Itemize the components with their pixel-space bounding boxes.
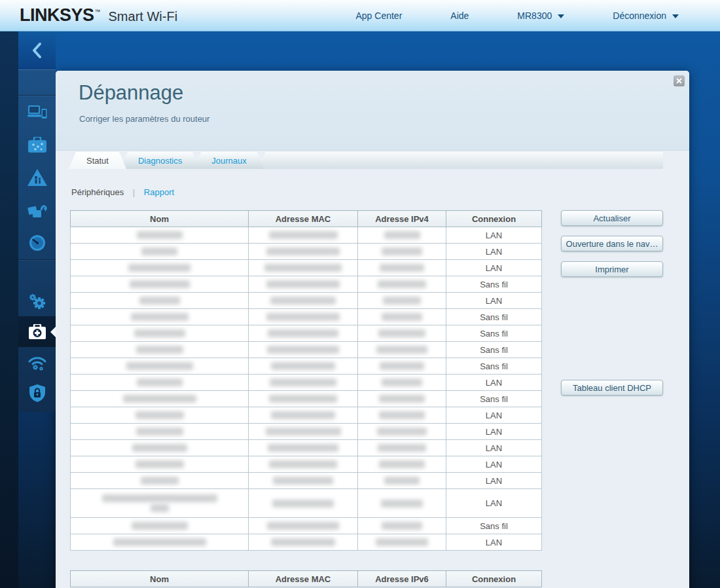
redacted-value — [130, 280, 190, 288]
mac-address-cell — [249, 534, 358, 551]
table-row: LAN — [71, 244, 542, 260]
connexion-cell: Sans fil — [446, 342, 542, 358]
device-name-cell — [71, 293, 249, 309]
tables-column: Nom Adresse MAC Adresse IPv4 Connexion L… — [70, 210, 542, 587]
tab-bar: Statut Diagnostics Journaux — [56, 151, 689, 169]
device-name-cell — [71, 309, 249, 325]
ouverture-navigateur-button[interactable]: Ouverture dans le nav… — [561, 236, 663, 251]
redacted-value — [376, 346, 427, 354]
mac-address-cell — [249, 489, 358, 518]
table-row: LAN — [71, 489, 542, 518]
mac-address-cell — [249, 358, 358, 375]
connexion-cell: Sans fil — [446, 518, 542, 534]
linksys-logo: LINKSYS™ Smart Wi-Fi — [20, 5, 177, 26]
close-button[interactable] — [674, 75, 685, 86]
redacted-value — [266, 313, 340, 321]
redacted-value — [136, 428, 183, 435]
tab-diagnostics[interactable]: Diagnostics — [120, 152, 200, 169]
device-name-cell — [71, 358, 249, 375]
nav-router-name-dropdown[interactable]: MR8300 — [493, 7, 588, 25]
table-row: Sans fil — [71, 358, 542, 375]
nav-aide-label: Aide — [450, 10, 469, 21]
tableau-client-dhcp-button[interactable]: Tableau client DHCP — [561, 380, 663, 395]
mac-address-cell — [249, 391, 358, 407]
table-row: LAN — [71, 227, 542, 244]
sidebar-item-media-prioritization[interactable] — [18, 194, 56, 227]
device-name-cell — [71, 375, 249, 391]
sidebar-item-devices[interactable] — [18, 96, 56, 128]
mac-address-cell — [249, 244, 358, 260]
column-header-connexion: Connexion — [446, 211, 542, 227]
ip-address-cell — [358, 276, 446, 293]
redacted-value — [269, 460, 337, 468]
sidebar-menu — [18, 69, 56, 412]
device-name-cell — [71, 518, 249, 534]
redacted-value — [266, 280, 340, 288]
redacted-value — [270, 378, 336, 386]
nav-deconnexion-label: Déconnexion — [613, 10, 666, 21]
redacted-value — [113, 538, 206, 546]
redacted-value — [102, 494, 217, 502]
sidebar-item-guest-access[interactable] — [18, 128, 56, 161]
sidebar-item-speed-test[interactable] — [18, 227, 56, 259]
connexion-cell: LAN — [446, 424, 542, 440]
redacted-value — [376, 538, 428, 546]
page-subtitle: Corriger les paramètres du routeur — [79, 114, 209, 124]
redacted-value — [126, 362, 193, 370]
imprimer-button[interactable]: Imprimer — [561, 261, 663, 277]
nav-deconnexion-dropdown[interactable]: Déconnexion — [588, 7, 703, 25]
redacted-value — [123, 395, 196, 403]
nav-aide[interactable]: Aide — [426, 7, 493, 25]
connexion-cell: Sans fil — [446, 325, 542, 342]
nav-router-name-label: MR8300 — [517, 10, 552, 21]
redacted-value — [271, 411, 335, 419]
redacted-value — [383, 297, 421, 304]
redacted-value — [137, 378, 183, 386]
speed-test-icon — [29, 234, 46, 251]
redacted-value — [131, 313, 189, 321]
redacted-value — [382, 313, 422, 321]
sidebar-item-security[interactable] — [18, 378, 56, 409]
status-content: Nom Adresse MAC Adresse IPv4 Connexion L… — [70, 210, 689, 587]
devices-icon — [27, 105, 47, 119]
sidebar-item-connectivity[interactable] — [18, 285, 56, 316]
redacted-value — [134, 329, 185, 337]
ip-address-cell — [358, 440, 446, 456]
ip-address-cell — [358, 260, 446, 276]
chevron-down-icon — [558, 14, 564, 18]
ip-address-cell — [358, 375, 446, 391]
table-row: LAN — [71, 424, 542, 440]
connexion-cell: Sans fil — [446, 309, 542, 325]
security-shield-icon — [29, 384, 45, 402]
connexion-cell: LAN — [446, 456, 542, 473]
sidebar-item-parental-controls[interactable] — [18, 161, 56, 194]
connexion-cell: Sans fil — [446, 358, 542, 375]
connexion-cell: LAN — [446, 407, 542, 424]
actions-column: Actualiser Ouverture dans le nav… Imprim… — [561, 210, 663, 405]
redacted-value — [379, 460, 425, 468]
redacted-value — [271, 362, 335, 370]
table-row: Sans fil — [71, 309, 542, 325]
redacted-value — [273, 477, 333, 485]
redacted-value — [132, 522, 188, 530]
mac-address-cell — [249, 342, 358, 358]
tab-journaux[interactable]: Journaux — [194, 152, 264, 169]
sublink-peripheriques[interactable]: Périphériques — [71, 187, 124, 197]
sublink-rapport[interactable]: Rapport — [144, 187, 174, 197]
nav-app-center[interactable]: App Center — [331, 7, 426, 25]
redacted-value — [266, 428, 341, 435]
sidebar-item-troubleshooting[interactable] — [18, 316, 56, 347]
redacted-value — [380, 362, 424, 370]
redacted-value — [135, 460, 184, 468]
actualiser-button[interactable]: Actualiser — [561, 210, 663, 226]
ip-address-cell — [358, 309, 446, 325]
connexion-cell: LAN — [446, 293, 542, 309]
tab-statut[interactable]: Statut — [69, 152, 126, 169]
connexion-cell: LAN — [446, 440, 542, 456]
table-row: Sans fil — [71, 391, 542, 407]
table-row: Sans fil — [71, 518, 542, 534]
sidebar-item-wireless[interactable] — [18, 347, 56, 378]
panel-header: Dépannage Corriger les paramètres du rou… — [56, 71, 689, 151]
sidebar-collapse-button[interactable] — [18, 31, 56, 69]
redacted-value — [139, 297, 180, 304]
